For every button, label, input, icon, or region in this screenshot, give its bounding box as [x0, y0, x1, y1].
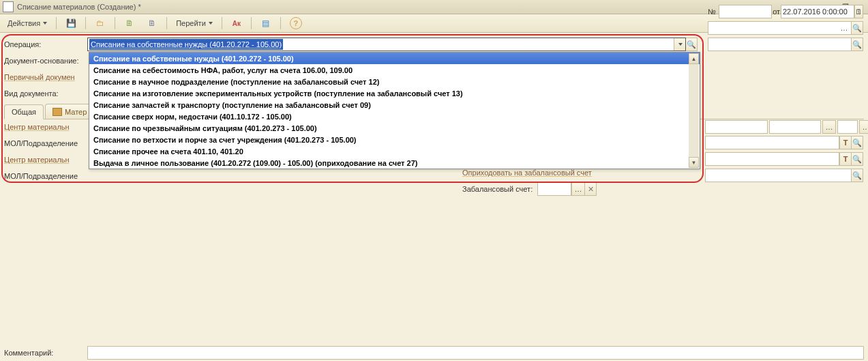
list-icon: ▤ [260, 18, 271, 29]
scroll-down-button[interactable]: ▼ [689, 157, 699, 168]
window-title: Списание материалов (Создание) * [17, 3, 826, 11]
goto-label: Перейти [176, 19, 206, 27]
save-button[interactable]: 💾 [61, 16, 81, 31]
grid-icon [53, 108, 62, 116]
doc-purple-button[interactable]: 🗎 [142, 16, 162, 31]
separator [251, 17, 252, 29]
operation-dropdown-button[interactable] [674, 38, 685, 50]
separator [85, 17, 86, 29]
dropdown-item[interactable]: Списание на себестоимость НФА, работ, ус… [89, 64, 700, 76]
dropdown-scrollbar[interactable]: ▲ ▼ [689, 53, 699, 168]
offbalance-account-field[interactable] [537, 182, 571, 196]
dropdown-item[interactable]: Списание на собственные нужды (401.20.27… [89, 53, 700, 64]
doc-purple-icon: 🗎 [147, 18, 158, 29]
label-primary-doc: Первичный докумен [4, 73, 87, 81]
goto-menu[interactable]: Перейти [171, 16, 218, 31]
dropdown-item[interactable]: Выдача в личное пользование (401.20.272 … [89, 157, 700, 169]
document-icon [3, 1, 14, 12]
tab-materials-label: Матер [65, 108, 87, 116]
doc-green-icon: 🗎 [124, 18, 135, 29]
offbalance-heading: Оприходовать на забалансовый счет [462, 169, 592, 177]
label-number: № [708, 8, 719, 16]
dropdown-item[interactable]: Списание запчастей к транспорту (поступл… [89, 99, 700, 111]
ak-button[interactable]: Aк [226, 16, 247, 31]
list-button[interactable]: ▤ [256, 16, 276, 31]
label-mol-dept-2: МОЛ/Подразделение [4, 172, 87, 180]
date-calendar-button[interactable]: 🗓 [854, 5, 863, 18]
separator [56, 17, 57, 29]
number-field[interactable] [719, 5, 772, 18]
folder-icon: 🗀 [95, 18, 106, 29]
label-comment: Комментарий: [4, 349, 87, 357]
right-field-2-lookup[interactable]: 🔍 [852, 21, 863, 35]
mini-ellipsis-button-2[interactable]: … [859, 120, 868, 134]
right-field-2[interactable]: … [708, 21, 852, 35]
offbalance-ellipsis-button[interactable]: … [571, 182, 585, 196]
mini-field-3[interactable] [837, 120, 858, 134]
chevron-down-icon [678, 43, 683, 46]
separator [280, 17, 281, 29]
scroll-up-button[interactable]: ▲ [689, 53, 699, 64]
separator [115, 17, 115, 29]
ak-icon: Aк [231, 18, 242, 29]
label-operation: Операция: [4, 40, 87, 48]
offbalance-clear-button[interactable]: ✕ [585, 182, 597, 196]
date-value: 22.07.2016 0:00:00 [783, 8, 848, 16]
operation-dropdown-list[interactable]: Списание на собственные нужды (401.20.27… [89, 52, 700, 169]
dropdown-item[interactable]: Списание по ветхости и порче за счет учр… [89, 134, 700, 145]
label-offbalance-account: Забалансовый счет: [462, 185, 537, 193]
right-row-a-lookup[interactable]: 🔍 [852, 136, 863, 149]
operation-combo[interactable]: Списание на собственные нужды (401.20.27… [87, 38, 686, 51]
actions-label: Действия [8, 19, 40, 27]
label-doc-type: Вид документа: [4, 89, 87, 98]
help-icon: ? [290, 17, 302, 29]
t-button[interactable]: T [839, 136, 852, 149]
tab-materials[interactable]: Матер [45, 104, 94, 119]
actions-menu[interactable]: Действия [3, 16, 52, 31]
separator [222, 17, 222, 29]
help-button[interactable]: ? [285, 16, 307, 31]
mini-field-1[interactable] [705, 120, 768, 134]
separator [166, 17, 167, 29]
dropdown-item[interactable]: Списание по чрезвычайным ситуациям (401.… [89, 122, 700, 134]
comment-field[interactable] [87, 346, 864, 360]
folder-button[interactable]: 🗀 [90, 16, 110, 31]
dropdown-item[interactable]: Списание в научное подразделение (поступ… [89, 76, 700, 87]
mini-ellipsis-button[interactable]: … [822, 120, 836, 134]
operation-lookup-button[interactable]: 🔍 [686, 38, 698, 51]
dropdown-item[interactable]: Списание сверх норм, недостачи (401.10.1… [89, 111, 700, 122]
doc-green-button[interactable]: 🗎 [119, 16, 140, 31]
tab-general[interactable]: Общая [4, 104, 44, 119]
label-doc-basis: Документ-основание: [4, 57, 87, 65]
dropdown-item[interactable]: Списание прочее на счета 401.10, 401.20 [89, 145, 700, 157]
right-row-a[interactable] [705, 136, 839, 149]
mini-field-2[interactable] [769, 120, 821, 134]
label-center-mat-2: Центр материальн [4, 156, 87, 164]
tab-general-label: Общая [12, 108, 36, 116]
label-center-mat: Центр материальн [4, 123, 87, 131]
dropdown-item[interactable]: Списание на изготовление экспериментальн… [89, 87, 700, 99]
ellipsis-icon[interactable]: … [839, 23, 850, 33]
chevron-down-icon [209, 22, 213, 25]
chevron-down-icon [43, 22, 47, 25]
date-field[interactable]: 22.07.2016 0:00:00 [781, 5, 854, 18]
label-mol-dept: МОЛ/Подразделение [4, 139, 87, 147]
operation-selected-text: Списание на собственные нужды (401.20.27… [89, 39, 283, 50]
right-field-3-lookup[interactable]: 🔍 [852, 38, 863, 51]
label-from: от [772, 8, 781, 16]
save-icon: 💾 [65, 18, 76, 29]
right-field-3[interactable] [708, 38, 852, 51]
